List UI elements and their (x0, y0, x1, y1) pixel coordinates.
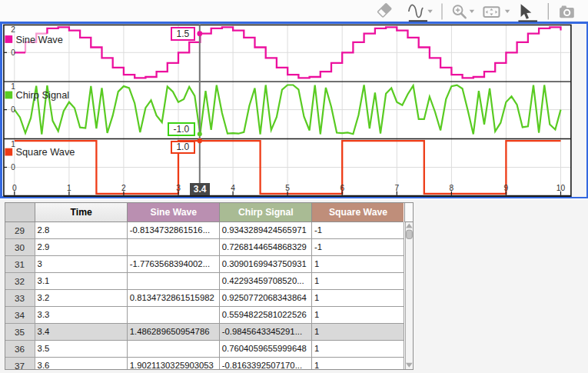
svg-text:1: 1 (11, 82, 15, 91)
svg-text:Square Wave: Square Wave (15, 146, 75, 158)
svg-text:1: 1 (11, 140, 15, 148)
svg-text:0: 0 (12, 184, 17, 192)
svg-text:5: 5 (285, 184, 290, 192)
svg-text:Chirp Signal: Chirp Signal (15, 89, 69, 101)
svg-text:9: 9 (504, 184, 509, 192)
svg-text:6: 6 (340, 184, 344, 192)
svg-text:7: 7 (394, 184, 399, 192)
svg-text:4: 4 (231, 184, 235, 192)
svg-text:3: 3 (176, 184, 181, 192)
svg-text:8: 8 (450, 184, 454, 192)
svg-text:0: 0 (11, 48, 15, 57)
svg-text:2: 2 (121, 184, 126, 192)
svg-text:10: 10 (556, 184, 566, 192)
svg-text:0: 0 (11, 105, 15, 114)
svg-text:2: 2 (11, 25, 15, 34)
svg-text:0: 0 (11, 163, 15, 172)
svg-text:Sine Wave: Sine Wave (15, 34, 62, 45)
svg-text:1: 1 (67, 184, 71, 192)
